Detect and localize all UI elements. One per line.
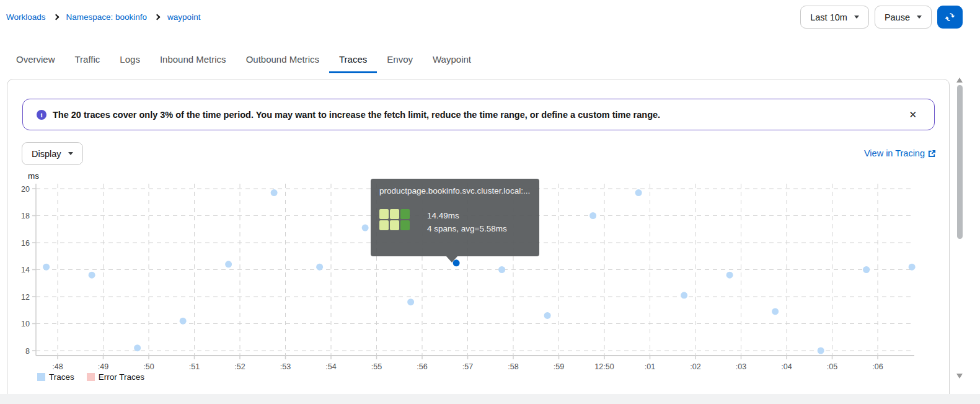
y-tick-label: 14 (21, 266, 30, 274)
breadcrumb-item-workloads[interactable]: Workloads (6, 12, 46, 22)
trace-point[interactable] (544, 312, 551, 319)
chevron-down-icon (68, 152, 73, 155)
x-tick-label: :59 (554, 362, 564, 371)
chevron-right-icon (53, 14, 59, 20)
trace-point[interactable] (909, 264, 916, 271)
tab-inbound-metrics[interactable]: Inbound Metrics (150, 48, 236, 73)
y-tick-label: 10 (21, 320, 30, 328)
display-dropdown[interactable]: Display (22, 142, 83, 165)
trace-point[interactable] (271, 189, 278, 196)
workload-tabs: OverviewTrafficLogsInbound MetricsOutbou… (6, 48, 481, 73)
trace-point[interactable] (43, 264, 50, 271)
tab-traffic[interactable]: Traffic (65, 48, 110, 73)
refresh-button[interactable] (937, 6, 963, 29)
x-tick-label: :48 (52, 362, 63, 371)
trace-point[interactable] (225, 261, 232, 267)
x-tick-label: :01 (645, 362, 655, 371)
trace-point[interactable] (589, 212, 596, 219)
trace-point[interactable] (726, 272, 733, 279)
chart-legend: TracesError Traces (37, 372, 144, 382)
span-chip (400, 209, 410, 219)
y-axis-unit-label: ms (28, 171, 39, 181)
view-in-tracing-link[interactable]: View in Tracing (864, 148, 936, 158)
y-tick-label: 18 (21, 212, 30, 220)
trace-tooltip: productpage.bookinfo.svc.cluster.local:.… (371, 179, 539, 256)
tab-logs[interactable]: Logs (110, 48, 150, 73)
info-circle-icon: i (37, 110, 46, 120)
breadcrumb-item-namespace-bookinfo[interactable]: Namespace: bookinfo (66, 12, 148, 22)
scrollbar-thumb[interactable] (957, 85, 963, 239)
x-tick-label: :05 (827, 362, 837, 371)
x-tick-label: :51 (189, 362, 200, 371)
tab-outbound-metrics[interactable]: Outbound Metrics (236, 48, 329, 73)
sync-icon (944, 11, 956, 23)
trace-point[interactable] (863, 266, 870, 273)
legend-item-error-traces: Error Traces (87, 372, 144, 382)
x-tick-label: :06 (872, 362, 883, 371)
x-tick-label: :50 (143, 362, 154, 371)
close-icon: ✕ (909, 109, 917, 120)
pause-dropdown-label: Pause (885, 12, 910, 22)
display-dropdown-label: Display (32, 149, 61, 159)
trace-point[interactable] (134, 344, 141, 351)
trace-point[interactable] (180, 318, 187, 325)
pause-dropdown[interactable]: Pause (875, 6, 932, 29)
span-chip (379, 220, 389, 230)
legend-label: Traces (49, 372, 74, 382)
trace-point[interactable] (362, 225, 369, 231)
alert-close-button[interactable]: ✕ (905, 107, 920, 123)
trace-point[interactable] (681, 292, 687, 299)
tooltip-caret (446, 256, 457, 263)
span-chip (379, 209, 389, 219)
trace-point[interactable] (89, 272, 95, 279)
breadcrumb: WorkloadsNamespace: bookinfowaypoint (6, 12, 200, 22)
bottom-scroll-area (0, 394, 980, 404)
tab-traces[interactable]: Traces (329, 48, 377, 73)
trace-point[interactable] (316, 264, 323, 271)
refresh-toolbar: Last 10m Pause (800, 6, 963, 29)
trace-duration: 14.49ms (427, 209, 507, 222)
duration-dropdown[interactable]: Last 10m (800, 6, 869, 29)
legend-label: Error Traces (99, 372, 144, 382)
view-in-tracing-label: View in Tracing (864, 148, 925, 158)
span-chip (390, 209, 399, 219)
tab-waypoint[interactable]: Waypoint (423, 48, 481, 73)
x-tick-label: :57 (462, 362, 473, 371)
legend-swatch-error-traces (87, 373, 95, 381)
x-tick-label: :54 (325, 362, 336, 371)
duration-dropdown-label: Last 10m (810, 12, 847, 22)
x-tick-label: :55 (371, 362, 382, 371)
trace-point[interactable] (818, 348, 824, 354)
y-tick-label: 12 (21, 293, 30, 302)
y-tick-label: 8 (25, 347, 30, 356)
legend-swatch-traces (37, 373, 45, 381)
x-tick-label: :49 (98, 362, 108, 371)
trace-spans-summary: 4 spans, avg=5.58ms (427, 222, 507, 235)
trace-point[interactable] (407, 299, 414, 305)
scrollbar-down-arrow[interactable] (956, 374, 963, 379)
trace-tooltip-title: productpage.bookinfo.svc.cluster.local:.… (379, 186, 531, 195)
x-tick-label: :04 (781, 362, 792, 371)
y-tick-label: 20 (21, 185, 30, 194)
x-tick-label: :58 (508, 362, 518, 371)
scrollbar-up-arrow[interactable] (956, 78, 963, 83)
legend-item-traces: Traces (37, 372, 74, 382)
chevron-right-icon (154, 14, 161, 20)
tab-envoy[interactable]: Envoy (377, 48, 423, 73)
external-link-icon (928, 150, 936, 158)
alert-message: The 20 traces cover only 3% of the time … (53, 110, 660, 120)
span-chip (400, 220, 410, 230)
y-tick-label: 16 (21, 239, 30, 248)
x-tick-label: :52 (234, 362, 245, 371)
trace-point[interactable] (772, 308, 779, 315)
x-tick-label: :53 (280, 362, 291, 371)
x-tick-label: 12:50 (594, 362, 614, 371)
tab-overview[interactable]: Overview (6, 48, 65, 73)
x-tick-label: :02 (690, 362, 700, 371)
span-heatmap-chips (379, 209, 410, 230)
trace-point[interactable] (635, 189, 642, 196)
x-tick-label: :03 (736, 362, 746, 371)
trace-point[interactable] (498, 266, 505, 273)
breadcrumb-item-waypoint[interactable]: waypoint (167, 12, 200, 22)
info-alert: i The 20 traces cover only 3% of the tim… (22, 99, 935, 130)
